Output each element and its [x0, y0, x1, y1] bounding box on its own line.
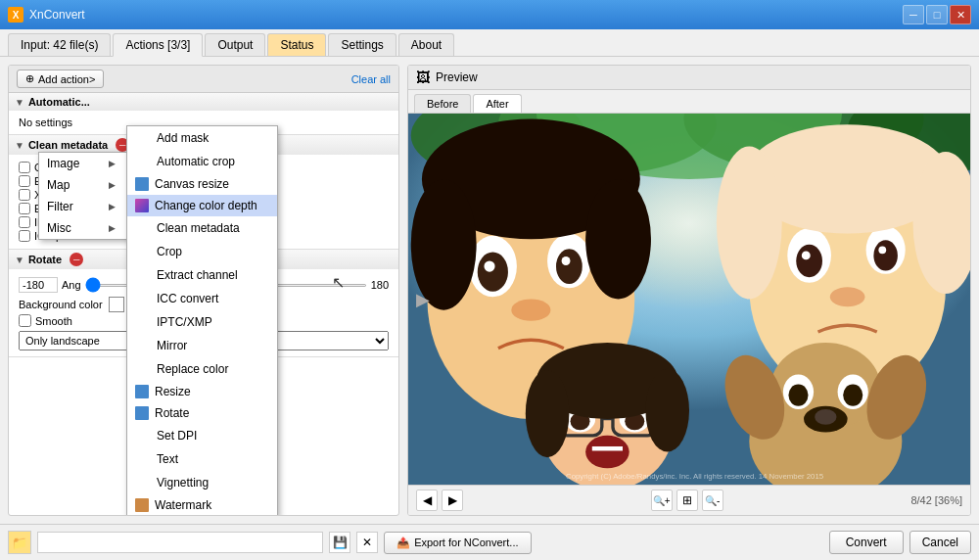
menu-icon-vignetting	[135, 475, 151, 490]
menu-icon-crop	[135, 244, 151, 259]
preview-tabs: Before After	[408, 90, 970, 114]
svg-point-25	[830, 287, 865, 306]
section-automatic-header[interactable]: ▼ Automatic...	[9, 93, 398, 111]
delete-path-button[interactable]: ✕	[356, 532, 378, 553]
next-image-button[interactable]: ▶	[442, 490, 463, 511]
bg-color-picker[interactable]	[109, 297, 124, 312]
path-input[interactable]	[37, 532, 323, 553]
menu-icc-convert[interactable]: ICC convert	[127, 287, 277, 310]
menu-rotate[interactable]: Rotate	[127, 402, 277, 424]
tab-settings[interactable]: Settings	[328, 33, 396, 56]
svg-point-12	[484, 260, 494, 271]
svg-text:Copyright (C) Adobe/Randys/inc: Copyright (C) Adobe/Randys/inc. Inc. All…	[566, 472, 824, 481]
tab-about[interactable]: About	[398, 33, 454, 56]
minimize-button[interactable]: ─	[903, 5, 924, 24]
menu-resize[interactable]: Resize	[127, 381, 277, 402]
menu-item-map[interactable]: Map	[39, 174, 135, 196]
right-panel: 🖼 Preview Before After	[407, 65, 971, 516]
main-container: Input: 42 file(s) Actions [3/3] Output S…	[0, 29, 979, 560]
menu-replace-color[interactable]: Replace color	[127, 357, 277, 381]
collapse-icon-3: ▼	[15, 255, 24, 265]
svg-rect-38	[592, 446, 623, 450]
smooth-checkbox[interactable]	[19, 314, 31, 327]
menu-item-filter-label: Filter	[47, 200, 73, 213]
preview-image: Copyright (C) Adobe/Randys/inc. Inc. All…	[408, 114, 970, 485]
menu-canvas-resize[interactable]: Canvas resize	[127, 173, 277, 195]
fit-image-button[interactable]: ⊞	[676, 490, 698, 511]
menu-clean-metadata[interactable]: Clean metadata	[127, 216, 277, 240]
preview-tools-center: 🔍+ ⊞ 🔍-	[651, 490, 723, 511]
svg-point-23	[802, 251, 811, 259]
svg-point-46	[788, 384, 808, 405]
checkbox-exif-thumbnail-input[interactable]	[19, 203, 30, 214]
menu-add-mask[interactable]: Add mask	[127, 126, 277, 150]
tab-bar: Input: 42 file(s) Actions [3/3] Output S…	[0, 29, 979, 57]
menu-item-misc[interactable]: Misc	[39, 217, 135, 239]
menu-extract-channel[interactable]: Extract channel	[127, 263, 277, 287]
menu-icon-clean-metadata	[135, 220, 151, 236]
actions-header: ⊕ Add action> Clear all	[9, 66, 398, 93]
remove-rotate-button[interactable]: ─	[70, 253, 83, 266]
section-clean-metadata-title: Clean metadata	[28, 139, 108, 151]
menu-text[interactable]: Text	[127, 447, 277, 471]
zoom-in-button[interactable]: 🔍+	[651, 490, 673, 511]
export-nconvert-button[interactable]: 📤 Export for NConvert...	[384, 532, 531, 554]
checkbox-iptc-input[interactable]	[19, 216, 30, 228]
prev-image-button[interactable]: ◀	[416, 490, 438, 511]
menu-watermark[interactable]: Watermark	[127, 494, 277, 516]
preview-toolbar: ◀ ▶ 🔍+ ⊞ 🔍- 8/42 [36%]	[408, 485, 970, 515]
checkbox-exif-input[interactable]	[19, 175, 30, 187]
preview-tools-left: ◀ ▶	[416, 490, 463, 511]
preview-tab-after[interactable]: After	[473, 94, 521, 113]
menu-icon-add-mask	[135, 130, 151, 146]
content-area: ⊕ Add action> Clear all ▼ Automatic... N…	[0, 57, 979, 524]
maximize-button[interactable]: □	[926, 5, 948, 24]
zoom-out-button[interactable]: 🔍-	[702, 490, 723, 511]
folder-button[interactable]: 📁	[8, 531, 31, 554]
svg-point-22	[873, 240, 898, 270]
checkbox-comment-input[interactable]	[19, 162, 30, 173]
tab-status[interactable]: Status	[267, 33, 326, 56]
tab-actions[interactable]: Actions [3/3]	[113, 33, 203, 57]
menu-automatic-crop[interactable]: Automatic crop	[127, 150, 277, 173]
left-panel: ⊕ Add action> Clear all ▼ Automatic... N…	[8, 65, 399, 516]
clear-all-button[interactable]: Clear all	[351, 73, 391, 85]
checkbox-xmp-input[interactable]	[19, 189, 30, 201]
titlebar: X XnConvert ─ □ ✕	[0, 0, 979, 29]
menu-mirror[interactable]: Mirror	[127, 334, 277, 357]
preview-nav-arrow[interactable]: ▶	[408, 281, 438, 318]
menu-set-dpi[interactable]: Set DPI	[127, 424, 277, 447]
menu-icon-rotate	[135, 406, 149, 420]
bottom-bar: 📁 💾 ✕ 📤 Export for NConvert... Convert C…	[0, 524, 979, 560]
menu-crop[interactable]: Crop	[127, 240, 277, 263]
rotate-value-input[interactable]	[19, 277, 58, 293]
svg-point-41	[645, 369, 689, 452]
menu-icon-icc-convert	[135, 291, 151, 306]
export-icon: 📤	[396, 537, 410, 549]
preview-header: 🖼 Preview	[408, 66, 970, 90]
tab-output[interactable]: Output	[205, 33, 265, 56]
checkbox-icc-profile-input[interactable]	[19, 230, 30, 242]
menu-vignetting[interactable]: Vignetting	[127, 471, 277, 494]
menu-icon-set-dpi	[135, 428, 151, 443]
preview-tab-before[interactable]: Before	[414, 94, 471, 113]
menu-icon-resize	[135, 385, 149, 398]
cancel-button[interactable]: Cancel	[909, 531, 971, 554]
svg-point-13	[562, 257, 571, 265]
menu-iptc-xmp[interactable]: IPTC/XMP	[127, 310, 277, 334]
add-icon: ⊕	[25, 72, 34, 85]
window-controls: ─ □ ✕	[903, 5, 971, 24]
add-action-button[interactable]: ⊕ Add action>	[17, 70, 104, 88]
convert-button[interactable]: Convert	[829, 531, 904, 554]
close-button[interactable]: ✕	[950, 5, 971, 24]
svg-point-21	[796, 245, 822, 277]
menu-item-filter[interactable]: Filter	[39, 196, 135, 217]
tab-input[interactable]: Input: 42 file(s)	[8, 33, 111, 56]
svg-point-14	[511, 300, 550, 321]
menu-item-image[interactable]: Image	[39, 153, 135, 174]
menu-change-color-depth[interactable]: Change color depth	[127, 195, 277, 216]
bg-color-label: Background color	[19, 299, 103, 310]
save-path-button[interactable]: 💾	[329, 532, 350, 553]
app-icon: X	[8, 7, 23, 23]
menu-icon-canvas-resize	[135, 177, 149, 191]
